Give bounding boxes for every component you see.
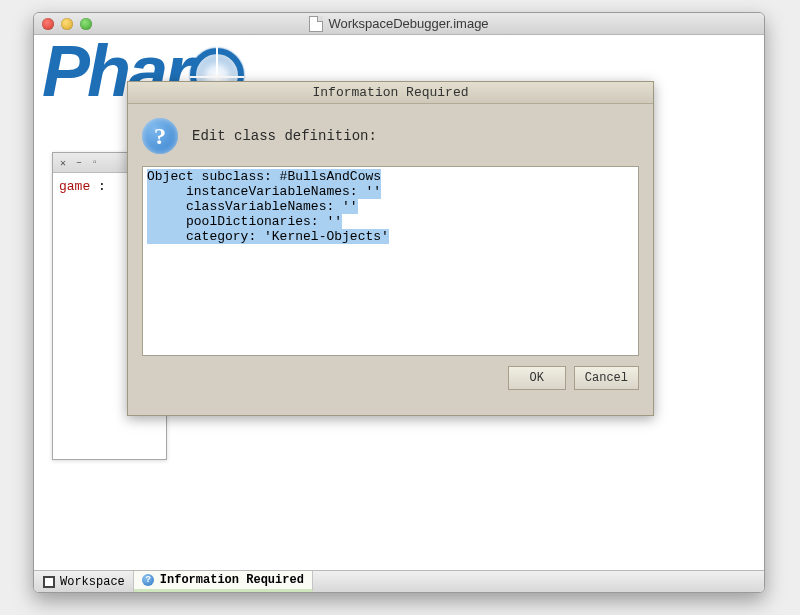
- dialog-prompt: Edit class definition:: [192, 128, 377, 144]
- workspace-expand-icon[interactable]: ▫: [89, 157, 101, 169]
- pharo-world[interactable]: Phar ✕ – ▫ game : Information Required: [34, 35, 764, 592]
- cancel-button[interactable]: Cancel: [574, 366, 639, 390]
- information-required-dialog: Information Required ? Edit class defini…: [127, 81, 654, 416]
- dialog-button-row: OK Cancel: [142, 366, 639, 390]
- titlebar[interactable]: WorkspaceDebugger.image: [34, 13, 764, 35]
- workspace-text-keyword: game: [59, 179, 90, 194]
- workspace-minimize-icon[interactable]: –: [73, 157, 85, 169]
- taskbar-item-info-label: Information Required: [160, 573, 304, 587]
- workspace-taskbar-icon: [42, 575, 55, 588]
- workspace-window-controls: ✕ – ▫: [57, 157, 101, 169]
- window-title-text: WorkspaceDebugger.image: [328, 16, 488, 31]
- taskbar-item-information-required[interactable]: ? Information Required: [134, 571, 313, 592]
- dialog-prompt-row: ? Edit class definition:: [142, 118, 639, 154]
- workspace-text-rest: :: [90, 179, 106, 194]
- code-line-5: category: 'Kernel-Objects': [147, 229, 389, 244]
- document-icon: [309, 16, 323, 32]
- workspace-close-icon[interactable]: ✕: [57, 157, 69, 169]
- code-line-1: Object subclass: #BullsAndCows: [147, 169, 381, 184]
- app-window: WorkspaceDebugger.image Phar ✕ – ▫ game …: [33, 12, 765, 593]
- code-line-4: poolDictionaries: '': [147, 214, 342, 229]
- info-taskbar-icon: ?: [142, 574, 155, 587]
- dialog-titlebar[interactable]: Information Required: [128, 82, 653, 104]
- ok-button[interactable]: OK: [508, 366, 566, 390]
- dialog-title-text: Information Required: [312, 85, 468, 100]
- taskbar: Workspace ? Information Required: [34, 570, 764, 592]
- code-line-3: classVariableNames: '': [147, 199, 358, 214]
- taskbar-item-workspace-label: Workspace: [60, 575, 125, 589]
- code-line-2: instanceVariableNames: '': [147, 184, 381, 199]
- question-icon: ?: [142, 118, 178, 154]
- dialog-body: ? Edit class definition: Object subclass…: [128, 104, 653, 400]
- window-title: WorkspaceDebugger.image: [34, 16, 764, 32]
- taskbar-item-workspace[interactable]: Workspace: [34, 571, 134, 592]
- class-definition-input[interactable]: Object subclass: #BullsAndCows instanceV…: [142, 166, 639, 356]
